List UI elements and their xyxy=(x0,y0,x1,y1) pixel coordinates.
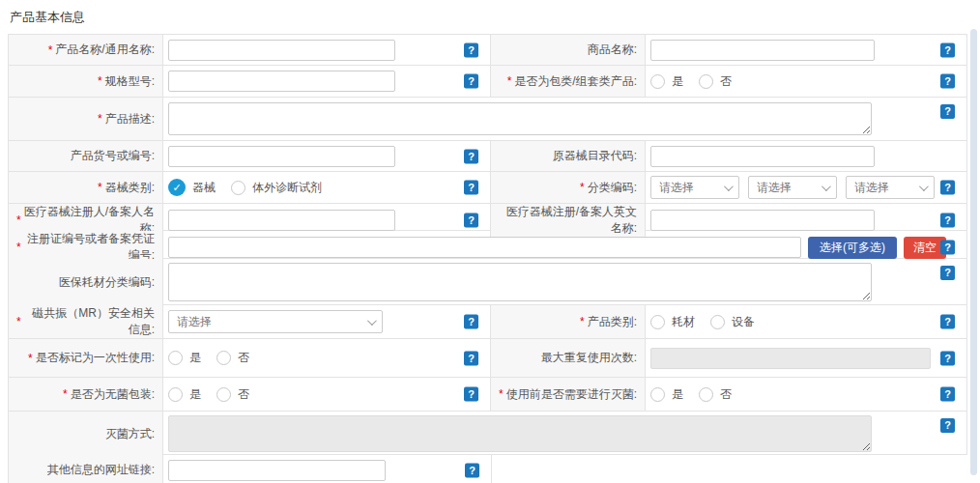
label-original-catalog-code: 原器械目录代码: xyxy=(491,141,646,171)
label-sterilize-before-use: *使用前是否需要进行灭菌: xyxy=(491,378,646,411)
is-kit-product-label-text: 是否为包类/组套类产品: xyxy=(514,73,637,90)
form-row: *规格型号:?*是否为包类/组套类产品:是否? xyxy=(8,66,967,98)
product-type-radio-unchecked[interactable] xyxy=(710,315,725,329)
required-asterisk: * xyxy=(98,112,102,126)
device-category-option: 器械 xyxy=(168,179,216,196)
help-icon[interactable]: ? xyxy=(940,241,955,255)
device-category-field: 器械体外诊断试剂? xyxy=(163,172,491,203)
medical-insurance-code-textarea[interactable] xyxy=(168,263,872,301)
select-multi-button[interactable]: 选择(可多选) xyxy=(808,237,897,259)
form-row: *医疗器械注册人/备案人名称:?医疗器械注册/备案人英文名称:? xyxy=(8,204,967,231)
help-icon[interactable]: ? xyxy=(940,315,955,329)
is-kit-product-radio-unchecked[interactable] xyxy=(699,74,713,89)
mr-safety-info-label-text: 磁共振（MR）安全相关信息: xyxy=(24,305,155,338)
help-icon[interactable]: ? xyxy=(464,387,478,402)
trade-name-input[interactable] xyxy=(650,40,875,61)
vertical-scrollbar[interactable] xyxy=(970,29,977,475)
help-icon[interactable]: ? xyxy=(940,181,955,195)
original-catalog-code-input[interactable] xyxy=(650,146,875,167)
radio-label: 设备 xyxy=(732,314,755,330)
sterile-packaging-radio-unchecked[interactable] xyxy=(168,387,183,402)
required-asterisk: * xyxy=(98,74,102,88)
help-icon[interactable]: ? xyxy=(464,315,478,329)
form-row: *注册证编号或者备案凭证编号:选择(可多选)清空? xyxy=(8,231,967,259)
help-icon[interactable]: ? xyxy=(464,181,478,195)
help-icon[interactable]: ? xyxy=(940,418,955,433)
trade-name-label-text: 商品名称: xyxy=(588,42,637,58)
radio-label: 是 xyxy=(189,350,201,366)
help-icon[interactable]: ? xyxy=(940,213,955,228)
select-value: 请选择 xyxy=(177,314,212,330)
sterilize-before-use-radio-unchecked[interactable] xyxy=(699,387,713,402)
radio-label: 否 xyxy=(720,386,732,403)
chevron-down-icon xyxy=(367,316,377,326)
required-asterisk: * xyxy=(16,241,21,254)
sterilize-before-use-radio-unchecked[interactable] xyxy=(650,387,665,402)
help-icon[interactable]: ? xyxy=(464,43,478,57)
sterile-packaging-field: 是否? xyxy=(163,378,491,411)
classification-code-select-1[interactable]: 请选择 xyxy=(650,176,739,199)
classification-code-select-2[interactable]: 请选择 xyxy=(748,176,837,199)
required-asterisk: * xyxy=(98,181,102,194)
device-category-radio-unchecked[interactable] xyxy=(231,181,245,195)
product-description-textarea[interactable] xyxy=(168,102,872,135)
required-asterisk: * xyxy=(580,181,585,194)
radio-label: 是 xyxy=(672,73,683,90)
help-icon[interactable]: ? xyxy=(940,74,955,89)
form-row: 医保耗材分类编码:? xyxy=(8,259,967,305)
help-icon[interactable]: ? xyxy=(940,266,955,280)
single-use-radio-unchecked[interactable] xyxy=(216,351,231,365)
product-code-input[interactable] xyxy=(168,146,395,167)
help-icon[interactable]: ? xyxy=(940,351,955,365)
help-icon[interactable]: ? xyxy=(940,387,955,402)
registration-cert-no-input[interactable] xyxy=(168,237,801,258)
registrant-name-en-input[interactable] xyxy=(650,210,875,231)
mr-safety-info-field: 请选择? xyxy=(163,305,491,338)
product-type-field: 耗材设备? xyxy=(646,305,966,338)
single-use-radio-unchecked[interactable] xyxy=(168,351,183,365)
required-asterisk: * xyxy=(580,315,585,328)
label-product-code: 产品货号或编号: xyxy=(9,141,163,171)
other-info-url-input[interactable] xyxy=(168,460,386,481)
classification-code-label-text: 分类编码: xyxy=(588,180,637,196)
max-reuse-count-field: ? xyxy=(646,339,966,377)
device-category-option: 体外诊断试剂 xyxy=(231,180,322,196)
classification-code-select-3[interactable]: 请选择 xyxy=(846,176,935,199)
medical-insurance-code-field: ? xyxy=(163,259,966,305)
help-icon[interactable]: ? xyxy=(940,43,955,57)
registrant-name-input[interactable] xyxy=(168,210,395,231)
help-icon[interactable]: ? xyxy=(464,213,478,228)
product-name-input[interactable] xyxy=(168,40,395,61)
label-single-use: *是否标记为一次性使用: xyxy=(9,339,163,377)
help-icon[interactable]: ? xyxy=(465,463,479,477)
sterilize-before-use-option: 是 xyxy=(650,386,683,403)
help-icon[interactable]: ? xyxy=(464,351,478,365)
form-row: *磁共振（MR）安全相关信息:请选择?*产品类别:耗材设备? xyxy=(8,305,967,339)
radio-label: 器械 xyxy=(192,180,216,196)
form-row: 灭菌方式:? xyxy=(8,412,967,455)
device-category-label-text: 器械类别: xyxy=(105,180,155,196)
is-kit-product-radio-unchecked[interactable] xyxy=(650,74,665,89)
form-row: 其他信息的网址链接:? xyxy=(8,455,492,483)
select-value: 请选择 xyxy=(757,180,792,196)
is-kit-product-option: 是 xyxy=(650,73,683,90)
help-icon[interactable]: ? xyxy=(940,104,955,119)
label-product-type: *产品类别: xyxy=(491,305,646,338)
medical-insurance-code-label-text: 医保耗材分类编码: xyxy=(59,274,155,291)
mr-safety-info-select-1[interactable]: 请选择 xyxy=(168,310,383,333)
help-icon[interactable]: ? xyxy=(464,149,478,163)
help-icon[interactable]: ? xyxy=(464,74,478,89)
radio-label: 否 xyxy=(720,73,732,90)
spec-model-input[interactable] xyxy=(168,71,395,92)
product-type-radio-unchecked[interactable] xyxy=(650,315,665,329)
sterilize-before-use-label-text: 使用前是否需要进行灭菌: xyxy=(506,386,637,403)
label-classification-code: *分类编码: xyxy=(491,172,646,203)
product-code-field: ? xyxy=(163,141,491,171)
label-product-name: *产品名称/通用名称: xyxy=(9,35,163,65)
device-category-radio-checked[interactable] xyxy=(168,179,186,196)
product-name-label-text: 产品名称/通用名称: xyxy=(55,42,155,58)
sterile-packaging-radio-unchecked[interactable] xyxy=(216,387,231,402)
product-basic-info-form: *产品名称/通用名称:?商品名称:?*规格型号:?*是否为包类/组套类产品:是否… xyxy=(8,34,967,483)
sterilize-before-use-field: 是否? xyxy=(646,378,966,411)
radio-label: 否 xyxy=(238,386,249,403)
